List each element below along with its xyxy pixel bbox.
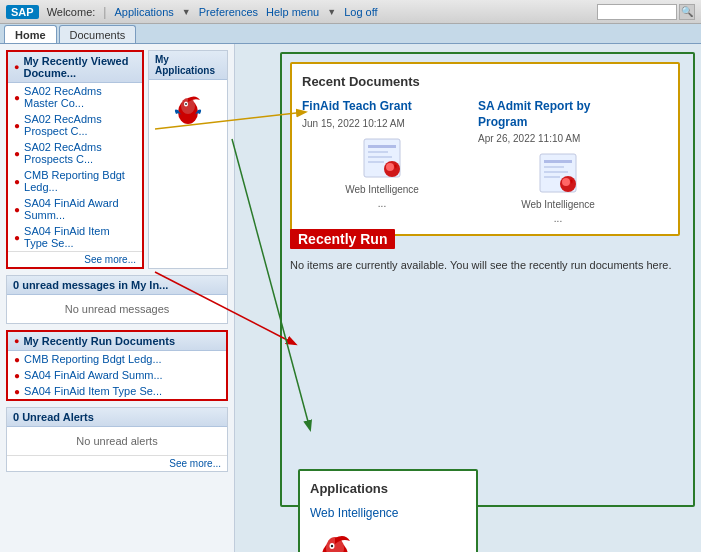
doc-bullet: ● [14, 386, 20, 397]
unread-messages-header: 0 unread messages in My In... [7, 276, 227, 295]
applications-title: Applications [310, 481, 466, 496]
svg-rect-15 [544, 176, 560, 178]
doc1-title: FinAid Teach Grant [302, 99, 462, 115]
list-item[interactable]: ● SA02 RecAdms Prospect C... [8, 111, 142, 139]
search-icon: 🔍 [681, 6, 693, 17]
unread-alerts-see-more[interactable]: See more... [7, 455, 227, 471]
recently-run-header: ● My Recently Run Documents [8, 332, 226, 351]
recent-documents-title: Recent Documents [302, 74, 668, 89]
doc-bullet: ● [14, 176, 20, 187]
doc-bullet: ● [14, 370, 20, 381]
recently-viewed-title: My Recently Viewed Docume... [23, 55, 136, 79]
doc-card-2[interactable]: SA Admit Report by Program Apr 26, 2022 … [478, 99, 638, 224]
svg-rect-5 [368, 145, 396, 148]
no-alerts-text: No unread alerts [7, 427, 227, 455]
left-panel: ● My Recently Viewed Docume... ● SA02 Re… [0, 44, 235, 552]
recently-run-widget: ● My Recently Run Documents ● CMB Report… [6, 330, 228, 401]
help-menu[interactable]: Help menu [266, 6, 319, 18]
preferences-link[interactable]: Preferences [199, 6, 258, 18]
recently-run-icon: ● [14, 336, 19, 346]
unread-alerts-title: 0 Unread Alerts [13, 411, 94, 423]
recently-run-heading: Recently Run [290, 229, 395, 249]
applications-menu[interactable]: Applications [114, 6, 173, 18]
main-content: ● My Recently Viewed Docume... ● SA02 Re… [0, 44, 701, 552]
list-item[interactable]: ● CMB Reporting Bdgt Ledg... [8, 351, 226, 367]
top-navigation-bar: SAP Welcome: | Applications ▼ Preference… [0, 0, 701, 24]
svg-rect-12 [544, 160, 572, 163]
applications-arrow: ▼ [182, 7, 191, 17]
recent-documents-section: Recent Documents FinAid Teach Grant Jun … [290, 62, 680, 236]
recently-viewed-see-more[interactable]: See more... [8, 251, 142, 267]
list-item[interactable]: ● SA04 FinAid Award Summ... [8, 195, 142, 223]
doc-bullet: ● [14, 232, 20, 243]
no-items-available-text: No items are currently available. You wi… [290, 255, 685, 281]
recently-run-section: Recently Run No items are currently avai… [290, 229, 685, 281]
my-applications-header: My Applications [149, 51, 227, 80]
tab-bar: Home Documents [0, 24, 701, 44]
doc-bullet: ● [14, 148, 20, 159]
unread-alerts-widget: 0 Unread Alerts No unread alerts See mor… [6, 407, 228, 472]
list-item[interactable]: ● SA04 FinAid Item Type Se... [8, 223, 142, 251]
sap-logo: SAP [6, 5, 39, 19]
recently-viewed-header: ● My Recently Viewed Docume... [8, 52, 142, 83]
svg-rect-7 [368, 156, 392, 158]
doc-bullet: ● [14, 204, 20, 215]
search-box: 🔍 [597, 4, 695, 20]
applications-section: Applications Web Intelligence [298, 469, 478, 552]
right-panel: Recent Documents FinAid Teach Grant Jun … [280, 52, 695, 507]
svg-rect-6 [368, 151, 388, 153]
search-input[interactable] [597, 4, 677, 20]
doc1-date: Jun 15, 2022 10:12 AM [302, 118, 462, 129]
search-button[interactable]: 🔍 [679, 4, 695, 20]
no-messages-text: No unread messages [7, 295, 227, 323]
doc2-icon: Web Intelligence ... [478, 152, 638, 224]
web-intelligence-app[interactable]: Web Intelligence [310, 506, 466, 520]
doc2-date: Apr 26, 2022 11:10 AM [478, 133, 638, 144]
list-item[interactable]: ● SA04 FinAid Item Type Se... [8, 383, 226, 399]
recently-viewed-icon: ● [14, 62, 19, 72]
doc1-dots: ... [378, 198, 386, 209]
list-item[interactable]: ● SA02 RecAdms Prospects C... [8, 139, 142, 167]
recently-run-title: My Recently Run Documents [23, 335, 175, 347]
svg-point-17 [562, 178, 570, 186]
list-item[interactable]: ● SA02 RecAdms Master Co... [8, 83, 142, 111]
doc-bullet: ● [14, 92, 20, 103]
welcome-label: Welcome: [47, 6, 96, 18]
recently-viewed-widget: ● My Recently Viewed Docume... ● SA02 Re… [6, 50, 144, 269]
doc-bullet: ● [14, 120, 20, 131]
unread-alerts-header: 0 Unread Alerts [7, 408, 227, 427]
svg-point-10 [386, 163, 394, 171]
list-item[interactable]: ● CMB Reporting Bdgt Ledg... [8, 167, 142, 195]
list-item[interactable]: ● SA04 FinAid Award Summ... [8, 367, 226, 383]
top-row: ● My Recently Viewed Docume... ● SA02 Re… [6, 50, 228, 269]
doc1-icon: Web Intelligence ... [302, 137, 462, 209]
web-intelligence-app-icon [310, 528, 360, 552]
doc2-dots: ... [554, 213, 562, 224]
svg-point-3 [185, 103, 187, 105]
doc-bullet: ● [14, 354, 20, 365]
web-intelligence-icon [360, 137, 404, 181]
tab-documents[interactable]: Documents [59, 25, 137, 43]
svg-rect-8 [368, 161, 384, 163]
doc-card-1[interactable]: FinAid Teach Grant Jun 15, 2022 10:12 AM [302, 99, 462, 224]
doc-cards: FinAid Teach Grant Jun 15, 2022 10:12 AM [302, 99, 668, 224]
help-arrow: ▼ [327, 7, 336, 17]
unread-messages-widget: 0 unread messages in My In... No unread … [6, 275, 228, 324]
sap-bird-icon [168, 90, 208, 130]
app-logo [310, 528, 466, 552]
my-applications-widget: My Applications [148, 50, 228, 269]
doc2-icon-label: Web Intelligence [521, 199, 595, 210]
svg-rect-13 [544, 166, 564, 168]
unread-messages-title: 0 unread messages in My In... [13, 279, 168, 291]
logoff-link[interactable]: Log off [344, 6, 377, 18]
tab-home[interactable]: Home [4, 25, 57, 43]
doc2-title: SA Admit Report by Program [478, 99, 638, 130]
web-intelligence-icon-2 [536, 152, 580, 196]
doc1-icon-label: Web Intelligence [345, 184, 419, 195]
my-applications-title: My Applications [155, 54, 221, 76]
middle-row: 0 unread messages in My In... No unread … [6, 275, 228, 324]
svg-point-21 [331, 545, 333, 547]
svg-rect-14 [544, 171, 568, 173]
